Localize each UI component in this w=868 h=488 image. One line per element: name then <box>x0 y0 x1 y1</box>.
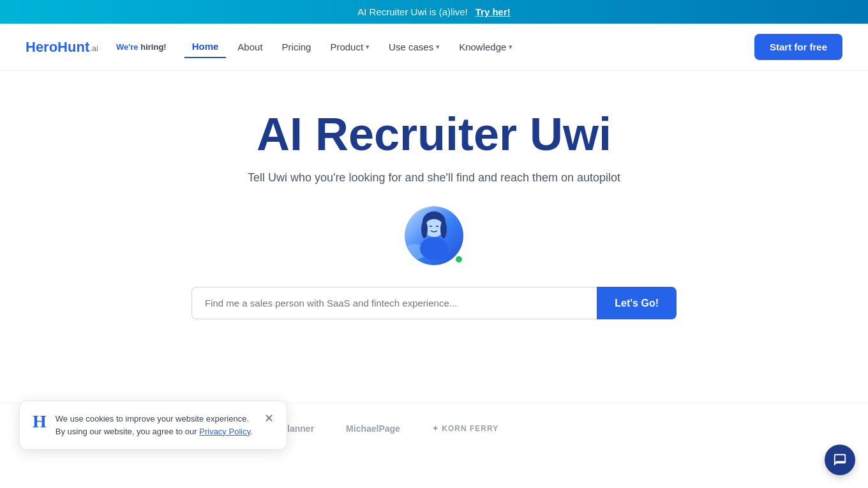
navbar: HeroHunt.ai We're hiring! Home About Pri… <box>0 24 868 71</box>
hero-title: AI Recruiter Uwi <box>257 109 611 160</box>
nav-use-cases[interactable]: Use cases ▾ <box>381 36 447 57</box>
logo[interactable]: HeroHunt.ai <box>26 39 98 56</box>
hiring-badge: We're hiring! <box>116 42 167 52</box>
logo-suffix: .ai <box>89 43 98 53</box>
main-nav: Home About Pricing Product ▾ Use cases ▾… <box>184 36 737 58</box>
svg-point-6 <box>420 237 448 260</box>
cookie-close-button[interactable]: ✕ <box>264 413 274 424</box>
lets-go-button[interactable]: Let's Go! <box>597 287 677 319</box>
banner-text: AI Recruiter Uwi is (a)live! <box>357 6 468 17</box>
knowledge-chevron-icon: ▾ <box>509 43 513 51</box>
nav-knowledge[interactable]: Knowledge ▾ <box>451 36 520 57</box>
search-input[interactable] <box>191 287 597 319</box>
svg-point-7 <box>421 220 428 238</box>
cookie-banner: H We use cookies to improve your website… <box>19 400 287 450</box>
search-container: Let's Go! <box>191 287 677 319</box>
start-free-button[interactable]: Start for free <box>754 34 842 60</box>
uwi-avatar <box>402 204 466 268</box>
nav-pricing[interactable]: Pricing <box>274 36 319 57</box>
svg-point-8 <box>440 220 447 238</box>
hiring-emphasis: We're <box>116 42 138 52</box>
privacy-policy-link[interactable]: Privacy Policy <box>199 427 250 436</box>
hero-section: AI Recruiter Uwi Tell Uwi who you're loo… <box>0 71 868 403</box>
logo-kornferry: ✦ KORN FERRY <box>432 424 498 433</box>
use-cases-chevron-icon: ▾ <box>436 43 440 51</box>
logo-michaelpage: MichaelPage <box>346 423 400 434</box>
nav-product[interactable]: Product ▾ <box>322 36 377 57</box>
cookie-text: We use cookies to improve your website e… <box>56 413 255 438</box>
hero-subtitle: Tell Uwi who you're looking for and she'… <box>248 171 620 185</box>
nav-about[interactable]: About <box>230 36 270 57</box>
product-chevron-icon: ▾ <box>366 43 370 51</box>
logo-hero: HeroHunt <box>26 39 89 56</box>
banner-link[interactable]: Try her! <box>475 6 511 17</box>
cookie-brand-icon: H <box>33 413 47 431</box>
nav-home[interactable]: Home <box>184 36 227 58</box>
top-banner: AI Recruiter Uwi is (a)live! Try her! <box>0 0 868 24</box>
